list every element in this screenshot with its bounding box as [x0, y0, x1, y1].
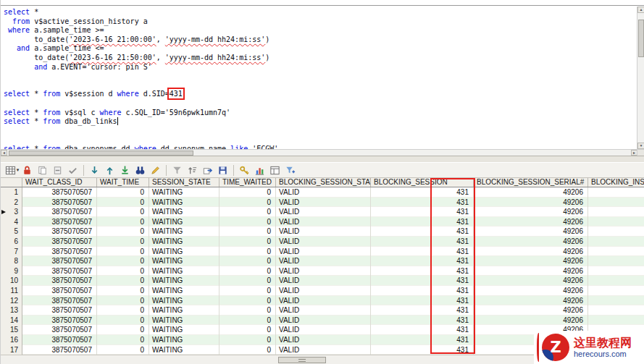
cell-wait-time[interactable]: 0	[97, 276, 149, 286]
cell-wait-class-id[interactable]: 3875070507	[22, 187, 97, 198]
cell-blocking-session-status[interactable]: VALID	[276, 198, 371, 208]
table-row[interactable]: 1238750705070WAITING0VALID43149206	[1, 296, 644, 306]
cell-wait-class-id[interactable]: 3875070507	[22, 207, 97, 217]
cell-blocking-session-status[interactable]: VALID	[276, 256, 371, 266]
cell-wait-time[interactable]: 0	[97, 237, 149, 247]
table-row[interactable]: 738750705070WAITING0VALID43149206	[1, 247, 644, 257]
cell-wait-time[interactable]: 0	[97, 247, 149, 257]
cell-wait-time[interactable]: 0	[97, 187, 149, 198]
table-row[interactable]: 338750705070WAITING0VALID43149206	[1, 207, 644, 217]
cell-blocking-ins[interactable]	[588, 198, 644, 208]
cell-blocking-session[interactable]: 431	[371, 325, 474, 335]
cell-time-waited[interactable]: 0	[219, 227, 276, 237]
cell-wait-time[interactable]: 0	[97, 286, 149, 296]
cell-wait-class-id[interactable]: 3875070507	[22, 247, 97, 257]
cell-session-state[interactable]: WAITING	[149, 286, 219, 296]
cell-blocking-ins[interactable]	[588, 227, 644, 237]
cell-session-state[interactable]: WAITING	[149, 266, 219, 276]
cell-wait-class-id[interactable]: 3875070507	[22, 305, 97, 316]
key-icon[interactable]	[237, 164, 252, 177]
cell-blocking-session-status[interactable]: VALID	[276, 286, 371, 296]
edit-pencil-icon[interactable]	[148, 164, 163, 177]
cell-time-waited[interactable]: 0	[219, 247, 276, 257]
table-row[interactable]: 938750705070WAITING0VALID43149206	[1, 266, 644, 276]
cell-session-state[interactable]: WAITING	[149, 296, 219, 306]
cell-session-state[interactable]: WAITING	[149, 207, 219, 217]
cell-blocking-session-status[interactable]: VALID	[276, 316, 371, 326]
column-header-session-state[interactable]: SESSION_STATE	[149, 178, 219, 187]
cell-time-waited[interactable]: 0	[219, 217, 276, 227]
table-row[interactable]: 438750705070WAITING0VALID43149206	[1, 217, 644, 227]
cell-time-waited[interactable]: 0	[219, 335, 276, 345]
cell-blocking-session-serial[interactable]: 49206	[474, 276, 588, 286]
cell-blocking-session-serial[interactable]: 49206	[474, 316, 588, 326]
editor-vertical-scrollbar[interactable]	[637, 7, 644, 149]
cell-blocking-session-serial[interactable]: 49206	[474, 286, 588, 296]
cell-blocking-session[interactable]: 431	[371, 237, 474, 247]
cell-wait-class-id[interactable]: 3875070507	[22, 335, 97, 345]
scroll-up-button[interactable]	[637, 7, 644, 13]
cell-blocking-session-status[interactable]: VALID	[276, 227, 371, 237]
cell-blocking-session[interactable]: 431	[371, 217, 474, 227]
cell-blocking-session[interactable]: 431	[371, 247, 474, 257]
cell-wait-time[interactable]: 0	[97, 217, 149, 227]
cell-blocking-session[interactable]: 431	[371, 345, 474, 355]
column-header-blocking-session-status[interactable]: BLOCKING_SESSION_STATUS	[276, 178, 371, 187]
cell-session-state[interactable]: WAITING	[149, 335, 219, 345]
cell-blocking-session-serial[interactable]: 49206	[474, 217, 588, 227]
delete-record-icon[interactable]	[50, 164, 65, 177]
insert-record-icon[interactable]	[35, 164, 50, 177]
grid-scroll-thumb[interactable]	[278, 357, 326, 363]
cell-blocking-ins[interactable]	[588, 286, 644, 296]
auto-filter-icon[interactable]	[283, 164, 298, 177]
cell-blocking-session-serial[interactable]: 49206	[474, 296, 588, 306]
cell-blocking-session-serial[interactable]: 49206	[474, 227, 588, 237]
panel-splitter[interactable]	[1, 156, 644, 162]
cell-blocking-session-status[interactable]: VALID	[276, 217, 371, 227]
cell-wait-time[interactable]: 0	[97, 305, 149, 316]
chart-icon[interactable]	[252, 164, 267, 177]
cell-wait-time[interactable]: 0	[97, 345, 149, 355]
cell-session-state[interactable]: WAITING	[149, 227, 219, 237]
cell-blocking-session-serial[interactable]: 49206	[474, 187, 588, 198]
cell-blocking-session-status[interactable]: VALID	[276, 187, 371, 198]
cell-blocking-ins[interactable]	[588, 237, 644, 247]
fetch-prev-icon[interactable]	[102, 164, 117, 177]
cell-blocking-session[interactable]: 431	[371, 256, 474, 266]
cell-blocking-session-status[interactable]: VALID	[276, 266, 371, 276]
cell-blocking-ins[interactable]	[588, 187, 644, 198]
table-row[interactable]: 1438750705070WAITING0VALID43149206	[1, 316, 644, 326]
cell-wait-class-id[interactable]: 3875070507	[22, 325, 97, 335]
cell-time-waited[interactable]: 0	[219, 305, 276, 316]
cell-wait-time[interactable]: 0	[97, 227, 149, 237]
cell-session-state[interactable]: WAITING	[149, 217, 219, 227]
cell-wait-time[interactable]: 0	[97, 296, 149, 306]
cell-blocking-session[interactable]: 431	[371, 207, 474, 217]
cell-blocking-ins[interactable]	[588, 316, 644, 326]
cell-blocking-session[interactable]: 431	[371, 227, 474, 237]
cell-wait-class-id[interactable]: 3875070507	[22, 227, 97, 237]
cell-wait-class-id[interactable]: 3875070507	[22, 276, 97, 286]
cell-wait-time[interactable]: 0	[97, 207, 149, 217]
cell-blocking-session-status[interactable]: VALID	[276, 207, 371, 217]
cell-wait-time[interactable]: 0	[97, 266, 149, 276]
view-grid-icon[interactable]: ▾	[4, 164, 20, 177]
cell-session-state[interactable]: WAITING	[149, 247, 219, 257]
cell-time-waited[interactable]: 0	[219, 296, 276, 306]
cell-wait-class-id[interactable]: 3875070507	[22, 345, 97, 355]
cell-blocking-session-serial[interactable]: 49206	[474, 256, 588, 266]
cell-blocking-session-status[interactable]: VALID	[276, 305, 371, 316]
table-row[interactable]: 638750705070WAITING0VALID43149206	[1, 237, 644, 247]
cell-blocking-session-status[interactable]: VALID	[276, 276, 371, 286]
cell-time-waited[interactable]: 0	[219, 256, 276, 266]
cell-blocking-session-status[interactable]: VALID	[276, 247, 371, 257]
fetch-all-icon[interactable]	[117, 164, 133, 177]
save-icon[interactable]	[215, 164, 230, 177]
cell-wait-time[interactable]: 0	[97, 316, 149, 326]
cell-blocking-session-status[interactable]: VALID	[276, 296, 371, 306]
cell-time-waited[interactable]: 0	[219, 237, 276, 247]
cell-blocking-session-serial[interactable]: 49206	[474, 198, 588, 208]
cell-time-waited[interactable]: 0	[219, 345, 276, 355]
column-header-time-waited[interactable]: TIME_WAITED	[219, 178, 276, 187]
table-row[interactable]: 138750705070WAITING0VALID43149206	[1, 187, 644, 198]
